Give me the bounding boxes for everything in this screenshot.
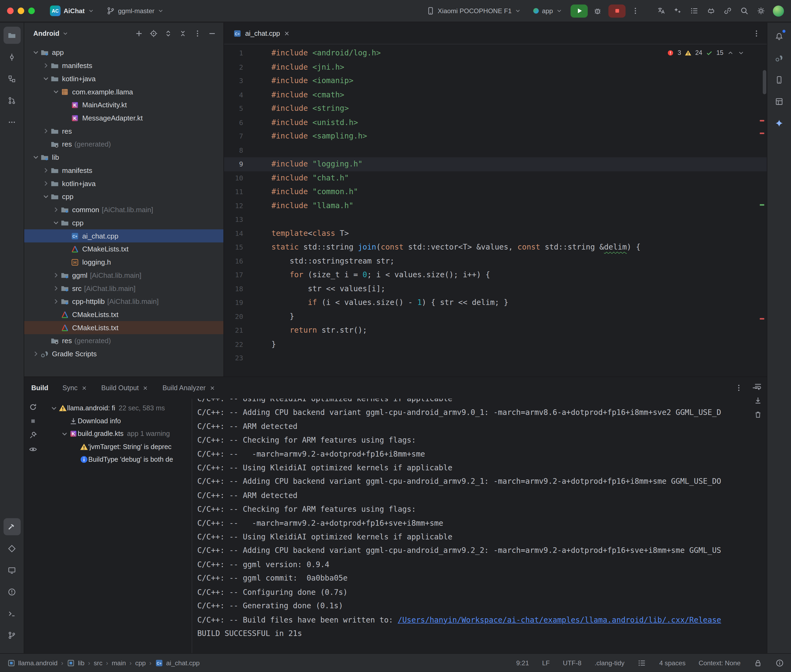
- chevron-right-icon[interactable]: [51, 271, 61, 279]
- build-tree-item[interactable]: 'jvmTarget: String' is deprec: [47, 440, 192, 453]
- vcs-branch-widget[interactable]: ggml-master: [102, 3, 168, 18]
- search-everywhere-button[interactable]: [737, 4, 751, 18]
- stop-button[interactable]: [608, 4, 626, 18]
- preview-icon[interactable]: [29, 445, 37, 454]
- problems-tool-button[interactable]: [3, 583, 21, 600]
- pin-icon[interactable]: [29, 431, 37, 440]
- project-tree-item-cmakelists-txt[interactable]: CMakeLists.txt: [24, 321, 223, 334]
- build-tab-build-output[interactable]: Build Output: [101, 384, 148, 392]
- code-line-6[interactable]: 6#include <unistd.h>: [224, 116, 767, 130]
- code-line-18[interactable]: 18 str << values[i];: [224, 282, 767, 296]
- expand-all-button[interactable]: [162, 27, 175, 40]
- code-line-14[interactable]: 14template<class T>: [224, 227, 767, 241]
- project-tree-item-lib[interactable]: lib: [24, 150, 223, 164]
- settings-button[interactable]: [754, 4, 768, 18]
- project-tree-item-cpp-httplib[interactable]: cpp-httplib [AiChat.lib.main]: [24, 295, 223, 308]
- close-tab-icon[interactable]: [209, 385, 215, 391]
- info-icon[interactable]: [775, 659, 784, 667]
- gemini-tool-button[interactable]: [770, 114, 788, 131]
- project-tree-item-res[interactable]: res (generated): [24, 334, 223, 347]
- project-tree-item-logging-h[interactable]: Hlogging.h: [24, 256, 223, 269]
- breadcrumb-item-ai-chat-cpp[interactable]: C+ai_chat.cpp: [155, 659, 200, 667]
- build-tree-item[interactable]: Kbuild.gradle.ktsapp 1 warning: [47, 427, 192, 440]
- rerun-icon[interactable]: [29, 403, 37, 411]
- code-line-4[interactable]: 4#include <cmath>: [224, 88, 767, 102]
- project-tree-item-src[interactable]: src [AiChat.lib.main]: [24, 282, 223, 295]
- plugins-button[interactable]: [704, 4, 718, 18]
- build-tool-button[interactable]: [3, 518, 21, 535]
- close-tab-icon[interactable]: [284, 30, 290, 37]
- chevron-down-icon[interactable]: [62, 30, 68, 37]
- clear-all-icon[interactable]: [754, 410, 762, 419]
- project-tree-item-manifests[interactable]: manifests: [24, 164, 223, 177]
- code-line-5[interactable]: 5#include <string>: [224, 102, 767, 116]
- close-tab-icon[interactable]: [142, 385, 148, 391]
- context-widget[interactable]: Context: None: [699, 659, 741, 667]
- clang-tidy-widget[interactable]: .clang-tidy: [595, 659, 624, 667]
- previous-problem-icon[interactable]: [727, 50, 734, 56]
- code-line-11[interactable]: 11#include "common.h": [224, 185, 767, 199]
- chevron-right-icon[interactable]: [51, 206, 61, 214]
- change-stripe-mark[interactable]: [760, 204, 764, 206]
- more-tools-tool-button[interactable]: [3, 114, 21, 131]
- chevron-right-icon[interactable]: [42, 62, 51, 70]
- chevron-down-icon[interactable]: [50, 404, 59, 412]
- structure-tool-button[interactable]: [3, 70, 21, 87]
- build-tree-item[interactable]: llama.android: fi22 sec, 583 ms: [47, 402, 192, 414]
- code-line-10[interactable]: 10#include "chat.h": [224, 171, 767, 185]
- code-line-17[interactable]: 17 for (size_t i = 0; i < values.size();…: [224, 268, 767, 282]
- build-tab-build[interactable]: Build: [31, 384, 48, 392]
- locate-file-button[interactable]: [147, 27, 160, 40]
- code-line-7[interactable]: 7#include <sampling.h>: [224, 130, 767, 144]
- run-configuration-selector[interactable]: app: [529, 3, 566, 18]
- project-view-selector[interactable]: Android: [34, 30, 59, 37]
- chevron-right-icon[interactable]: [51, 298, 61, 306]
- editor-tab-ai-chat-cpp[interactable]: C+ ai_chat.cpp: [228, 22, 295, 44]
- chevron-down-icon[interactable]: [51, 88, 61, 96]
- code-style-icon[interactable]: [638, 659, 646, 667]
- inspections-widget[interactable]: 3 24 15: [667, 50, 744, 56]
- build-tab-build-analyzer[interactable]: Build Analyzer: [162, 384, 215, 392]
- chevron-down-icon[interactable]: [42, 192, 51, 201]
- project-tree-item-cpp[interactable]: cpp: [24, 216, 223, 229]
- terminal-tool-button[interactable]: [3, 605, 21, 622]
- chevron-down-icon[interactable]: [60, 430, 69, 438]
- project-tree-item-kotlin-java[interactable]: kotlin+java: [24, 72, 223, 85]
- build-tree-item[interactable]: Download info: [47, 414, 192, 427]
- build-output-link[interactable]: /Users/hanyin/Workspace/ai-chat/examples…: [398, 615, 721, 624]
- project-tree-item-res[interactable]: res (generated): [24, 138, 223, 151]
- layout-inspector-tool-button[interactable]: [770, 93, 788, 110]
- breadcrumb-item-cpp[interactable]: cpp: [135, 659, 146, 667]
- packages-tool-button[interactable]: [3, 540, 21, 557]
- tab-options-button[interactable]: [749, 27, 763, 40]
- code-line-20[interactable]: 20 }: [224, 310, 767, 324]
- breadcrumb-item-src[interactable]: src: [94, 659, 103, 667]
- project-tool-button[interactable]: [3, 27, 21, 44]
- breadcrumb-item-lib[interactable]: lib: [67, 659, 85, 667]
- build-tab-sync[interactable]: Sync: [63, 384, 87, 392]
- soft-wrap-icon[interactable]: [754, 382, 762, 391]
- code-line-15[interactable]: 15static std::string join(const std::vec…: [224, 240, 767, 254]
- project-tree-item-messageadapter-kt[interactable]: KMessageAdapter.kt: [24, 111, 223, 125]
- collapse-all-button[interactable]: [176, 27, 189, 40]
- version-control-tool-button[interactable]: [3, 627, 21, 644]
- project-tree-item-gradle-scripts[interactable]: Gradle Scripts: [24, 347, 223, 360]
- code-line-22[interactable]: 22}: [224, 338, 767, 352]
- project-tree-item-cpp[interactable]: cpp: [24, 190, 223, 203]
- minimize-window-button[interactable]: [18, 8, 24, 14]
- code-line-12[interactable]: 12#include "llama.h": [224, 199, 767, 213]
- commit-tool-button[interactable]: [3, 48, 21, 66]
- code-line-9[interactable]: 9#include "logging.h": [224, 157, 767, 171]
- code-line-16[interactable]: 16 std::ostringstream str;: [224, 254, 767, 268]
- close-tab-icon[interactable]: [81, 385, 87, 391]
- chevron-right-icon[interactable]: [51, 284, 61, 292]
- ai-translate-button[interactable]: [654, 4, 668, 18]
- debug-button[interactable]: [590, 4, 604, 18]
- chevron-down-icon[interactable]: [31, 48, 40, 56]
- chevron-right-icon[interactable]: [31, 350, 40, 358]
- pull-requests-tool-button[interactable]: [3, 92, 21, 109]
- gradle-tool-button[interactable]: [770, 50, 788, 67]
- code-line-2[interactable]: 2#include <jni.h>: [224, 60, 767, 74]
- ai-assistant-button[interactable]: [671, 4, 684, 18]
- scroll-to-end-icon[interactable]: [754, 396, 762, 405]
